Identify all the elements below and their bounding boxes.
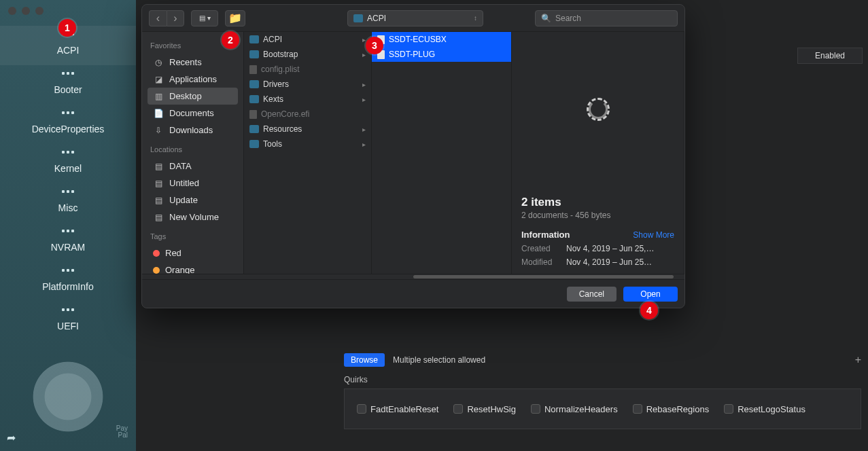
app-icon: ◪	[153, 75, 164, 84]
paypal-link[interactable]: PayPal	[116, 425, 128, 439]
list-item[interactable]: SSDT-PLUG	[372, 47, 511, 62]
sidebar-item-misc[interactable]: Misc	[0, 183, 136, 223]
location-untitled[interactable]: ▤Untitled	[147, 175, 238, 192]
maximize-window-icon[interactable]	[35, 7, 44, 15]
sidebar-item-nvram[interactable]: NVRAM	[0, 223, 136, 262]
location-newvolume[interactable]: ▤New Volume	[147, 209, 238, 226]
browse-hint: Multiple selection allowed	[393, 355, 485, 365]
scrollbar[interactable]	[142, 274, 684, 279]
callout-3: 3	[366, 37, 383, 54]
sidebar-label: PlatformInfo	[42, 281, 93, 292]
sidebar-item-deviceproperties[interactable]: DeviceProperties	[0, 105, 136, 144]
scroll-thumb[interactable]	[413, 275, 674, 278]
back-button[interactable]: ‹	[149, 10, 167, 26]
folder-icon	[353, 14, 363, 22]
chevron-right-icon: ▸	[362, 81, 366, 88]
minimize-window-icon[interactable]	[22, 7, 30, 15]
list-item[interactable]: OpenCore.efi	[244, 107, 371, 122]
location-update[interactable]: ▤Update	[147, 192, 238, 209]
close-window-icon[interactable]	[8, 7, 16, 15]
sidebar-label: NVRAM	[51, 242, 86, 253]
show-more-link[interactable]: Show More	[633, 230, 674, 240]
preview-column: 2 items 2 documents - 456 bytes Informat…	[512, 32, 684, 274]
dialog-body: Favorites ◷Recents ◪Applications ▥Deskto…	[142, 32, 684, 274]
category-icon	[60, 269, 75, 278]
open-button[interactable]: Open	[623, 287, 678, 302]
sidebar-label: Booter	[54, 84, 82, 95]
checkbox-icon[interactable]	[633, 404, 642, 414]
list-item[interactable]: Drivers▸	[244, 77, 371, 92]
search-input[interactable]: 🔍 Search	[535, 10, 678, 26]
list-item[interactable]: Kexts▸	[244, 92, 371, 107]
sidebar-item-platforminfo[interactable]: PlatformInfo	[0, 262, 136, 302]
disk-icon: ▤	[153, 196, 164, 205]
preview-title: 2 items	[521, 196, 674, 209]
quirk-rebaseregions[interactable]: RebaseRegions	[633, 404, 710, 414]
column-header-enabled[interactable]: Enabled	[797, 48, 863, 64]
nav-buttons: ‹ ›	[149, 10, 184, 26]
favorites-downloads[interactable]: ⇩Downloads	[147, 122, 238, 139]
path-selector[interactable]: ACPI ↕	[347, 10, 483, 26]
favorites-desktop[interactable]: ▥Desktop	[147, 88, 238, 105]
config-sidebar: ACPI Booter DeviceProperties Kernel Misc…	[0, 0, 136, 451]
search-icon: 🔍	[541, 14, 551, 23]
preview-info-label: Information	[521, 230, 570, 240]
list-item[interactable]: Tools▸	[244, 137, 371, 151]
browse-button[interactable]: Browse	[344, 353, 385, 367]
sidebar-item-kernel[interactable]: Kernel	[0, 144, 136, 183]
add-icon[interactable]: +	[855, 354, 861, 366]
list-item[interactable]: Resources▸	[244, 122, 371, 137]
category-icon	[60, 190, 75, 200]
list-item[interactable]: Bootstrap▸	[244, 47, 371, 62]
callout-1: 1	[58, 19, 76, 37]
list-item[interactable]: config.plist	[244, 62, 371, 77]
column-1: ACPI▸ Bootstrap▸ config.plist Drivers▸ K…	[244, 32, 372, 274]
desktop-icon: ▥	[153, 92, 164, 101]
list-item[interactable]: ACPI▸	[244, 32, 371, 47]
quirk-resethwsig[interactable]: ResetHwSig	[453, 404, 516, 414]
list-item[interactable]: SSDT-ECUSBX	[372, 32, 511, 47]
chevron-right-icon: ▸	[362, 96, 366, 103]
quirk-fadtenablereset[interactable]: FadtEnableReset	[357, 404, 438, 414]
checkbox-icon[interactable]	[357, 404, 366, 414]
checkbox-icon[interactable]	[453, 404, 463, 414]
tag-red[interactable]: Red	[147, 245, 238, 261]
sidebar-item-uefi[interactable]: UEFI	[0, 302, 136, 341]
kv-key: Modified	[521, 257, 559, 267]
tag-dot-icon	[153, 267, 160, 274]
favorites-applications[interactable]: ◪Applications	[147, 71, 238, 88]
favorites-documents[interactable]: 📄Documents	[147, 105, 238, 122]
tag-orange[interactable]: Orange	[147, 261, 238, 274]
share-icon[interactable]: ➦	[7, 431, 16, 444]
sidebar-label: DeviceProperties	[32, 124, 105, 134]
preview-info: 2 items 2 documents - 456 bytes Informat…	[521, 196, 674, 267]
sidebar-label: UEFI	[57, 321, 79, 331]
file-icon	[249, 65, 257, 74]
group-button[interactable]: 📁	[225, 10, 245, 26]
cancel-button[interactable]: Cancel	[567, 287, 617, 302]
checkbox-icon[interactable]	[724, 404, 733, 414]
folder-icon	[249, 80, 259, 88]
download-icon: ⇩	[153, 126, 164, 135]
dialog-sidebar: Favorites ◷Recents ◪Applications ▥Deskto…	[142, 32, 244, 274]
forward-button[interactable]: ›	[167, 10, 184, 26]
preview-subtitle: 2 documents - 456 bytes	[521, 211, 674, 220]
callout-4: 4	[640, 302, 658, 319]
tag-dot-icon	[153, 250, 160, 257]
file-icon	[249, 110, 257, 119]
checkbox-icon[interactable]	[531, 404, 540, 414]
quirk-resetlogostatus[interactable]: ResetLogoStatus	[724, 404, 805, 414]
locations-header: Locations	[150, 145, 235, 154]
location-data[interactable]: ▤DATA	[147, 158, 238, 175]
chevron-right-icon: ▸	[362, 141, 366, 148]
quirk-normalizeheaders[interactable]: NormalizeHeaders	[531, 404, 618, 414]
sidebar-item-booter[interactable]: Booter	[0, 65, 136, 105]
chevron-right-icon: ▸	[362, 51, 366, 58]
columns-view: ACPI▸ Bootstrap▸ config.plist Drivers▸ K…	[244, 32, 684, 274]
kv-value: Nov 4, 2019 – Jun 25…	[566, 257, 674, 267]
category-icon	[60, 308, 75, 318]
view-mode-selector[interactable]: ▤▾	[191, 10, 218, 26]
favorites-recents[interactable]: ◷Recents	[147, 54, 238, 71]
quirks-title: Quirks	[344, 375, 368, 384]
loading-spinner-icon	[589, 100, 608, 119]
